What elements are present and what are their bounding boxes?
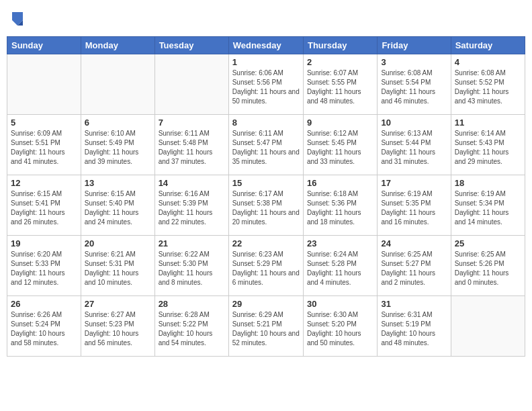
calendar-day: 3Sunrise: 6:08 AMSunset: 5:54 PMDaylight…	[378, 54, 451, 115]
week-row: 5Sunrise: 6:09 AMSunset: 5:51 PMDaylight…	[7, 115, 525, 175]
day-number: 24	[381, 238, 447, 248]
day-info: Sunrise: 6:18 AMSunset: 5:36 PMDaylight:…	[307, 189, 373, 227]
calendar-day: 30Sunrise: 6:30 AMSunset: 5:20 PMDayligh…	[303, 296, 377, 357]
calendar-day: 18Sunrise: 6:19 AMSunset: 5:34 PMDayligh…	[451, 175, 525, 236]
logo	[9, 11, 24, 27]
day-of-week-header: Saturday	[451, 37, 525, 54]
day-of-week-header: Wednesday	[228, 37, 303, 54]
day-of-week-header: Monday	[81, 37, 154, 54]
day-number: 14	[159, 178, 225, 188]
day-number: 11	[455, 118, 521, 128]
calendar-day: 21Sunrise: 6:22 AMSunset: 5:30 PMDayligh…	[154, 236, 228, 296]
week-row: 19Sunrise: 6:20 AMSunset: 5:33 PMDayligh…	[7, 236, 525, 296]
calendar-day	[154, 54, 228, 115]
day-number: 21	[159, 238, 225, 248]
day-of-week-header: Friday	[378, 37, 451, 54]
day-info: Sunrise: 6:12 AMSunset: 5:45 PMDaylight:…	[307, 129, 373, 167]
calendar-day: 23Sunrise: 6:24 AMSunset: 5:28 PMDayligh…	[303, 236, 377, 296]
calendar-day: 6Sunrise: 6:10 AMSunset: 5:49 PMDaylight…	[81, 115, 154, 175]
calendar-day: 17Sunrise: 6:19 AMSunset: 5:35 PMDayligh…	[378, 175, 451, 236]
calendar-day: 10Sunrise: 6:13 AMSunset: 5:44 PMDayligh…	[378, 115, 451, 175]
day-number: 19	[11, 238, 77, 248]
day-number: 17	[381, 178, 447, 188]
calendar-day: 1Sunrise: 6:06 AMSunset: 5:56 PMDaylight…	[228, 54, 303, 115]
calendar-day: 2Sunrise: 6:07 AMSunset: 5:55 PMDaylight…	[303, 54, 377, 115]
calendar-day: 14Sunrise: 6:16 AMSunset: 5:39 PMDayligh…	[154, 175, 228, 236]
calendar-day: 19Sunrise: 6:20 AMSunset: 5:33 PMDayligh…	[7, 236, 81, 296]
day-number: 22	[232, 238, 300, 248]
day-number: 28	[159, 299, 225, 309]
day-info: Sunrise: 6:15 AMSunset: 5:41 PMDaylight:…	[11, 189, 77, 227]
calendar-day: 24Sunrise: 6:25 AMSunset: 5:27 PMDayligh…	[378, 236, 451, 296]
day-number: 2	[307, 57, 373, 67]
calendar-day: 16Sunrise: 6:18 AMSunset: 5:36 PMDayligh…	[303, 175, 377, 236]
page-header	[7, 7, 525, 31]
week-row: 12Sunrise: 6:15 AMSunset: 5:41 PMDayligh…	[7, 175, 525, 236]
calendar-day: 20Sunrise: 6:21 AMSunset: 5:31 PMDayligh…	[81, 236, 154, 296]
day-info: Sunrise: 6:31 AMSunset: 5:19 PMDaylight:…	[381, 310, 447, 348]
day-info: Sunrise: 6:25 AMSunset: 5:27 PMDaylight:…	[381, 250, 447, 287]
day-info: Sunrise: 6:21 AMSunset: 5:31 PMDaylight:…	[85, 250, 151, 287]
day-info: Sunrise: 6:16 AMSunset: 5:39 PMDaylight:…	[159, 189, 225, 227]
day-info: Sunrise: 6:25 AMSunset: 5:26 PMDaylight:…	[455, 250, 521, 287]
day-number: 18	[455, 178, 521, 188]
day-number: 23	[307, 238, 373, 248]
day-number: 20	[85, 238, 151, 248]
day-number: 15	[232, 178, 300, 188]
day-number: 27	[85, 299, 151, 309]
day-number: 1	[232, 57, 300, 67]
day-of-week-header: Thursday	[303, 37, 377, 54]
day-info: Sunrise: 6:14 AMSunset: 5:43 PMDaylight:…	[455, 129, 521, 167]
calendar-day: 28Sunrise: 6:28 AMSunset: 5:22 PMDayligh…	[154, 296, 228, 357]
day-of-week-header: Sunday	[7, 37, 81, 54]
day-info: Sunrise: 6:30 AMSunset: 5:20 PMDaylight:…	[307, 310, 373, 348]
day-number: 25	[455, 238, 521, 248]
day-number: 3	[381, 57, 447, 67]
day-number: 10	[381, 118, 447, 128]
day-info: Sunrise: 6:11 AMSunset: 5:47 PMDaylight:…	[232, 129, 300, 167]
day-info: Sunrise: 6:19 AMSunset: 5:34 PMDaylight:…	[455, 189, 521, 227]
calendar-day: 5Sunrise: 6:09 AMSunset: 5:51 PMDaylight…	[7, 115, 81, 175]
day-info: Sunrise: 6:29 AMSunset: 5:21 PMDaylight:…	[232, 310, 300, 348]
day-info: Sunrise: 6:11 AMSunset: 5:48 PMDaylight:…	[159, 129, 225, 167]
day-number: 5	[11, 118, 77, 128]
calendar-day: 15Sunrise: 6:17 AMSunset: 5:38 PMDayligh…	[228, 175, 303, 236]
calendar-day: 8Sunrise: 6:11 AMSunset: 5:47 PMDaylight…	[228, 115, 303, 175]
day-number: 7	[159, 118, 225, 128]
calendar-day: 26Sunrise: 6:26 AMSunset: 5:24 PMDayligh…	[7, 296, 81, 357]
day-info: Sunrise: 6:26 AMSunset: 5:24 PMDaylight:…	[11, 310, 77, 348]
day-number: 31	[381, 299, 447, 309]
day-info: Sunrise: 6:20 AMSunset: 5:33 PMDaylight:…	[11, 250, 77, 287]
day-info: Sunrise: 6:22 AMSunset: 5:30 PMDaylight:…	[159, 250, 225, 287]
calendar-day: 11Sunrise: 6:14 AMSunset: 5:43 PMDayligh…	[451, 115, 525, 175]
calendar-day	[451, 296, 525, 357]
day-number: 6	[85, 118, 151, 128]
day-info: Sunrise: 6:08 AMSunset: 5:54 PMDaylight:…	[381, 68, 447, 106]
week-row: 1Sunrise: 6:06 AMSunset: 5:56 PMDaylight…	[7, 54, 525, 115]
calendar-day: 4Sunrise: 6:08 AMSunset: 5:52 PMDaylight…	[451, 54, 525, 115]
calendar-day: 27Sunrise: 6:27 AMSunset: 5:23 PMDayligh…	[81, 296, 154, 357]
day-info: Sunrise: 6:08 AMSunset: 5:52 PMDaylight:…	[455, 68, 521, 106]
calendar-day: 12Sunrise: 6:15 AMSunset: 5:41 PMDayligh…	[7, 175, 81, 236]
day-info: Sunrise: 6:10 AMSunset: 5:49 PMDaylight:…	[85, 129, 151, 167]
day-info: Sunrise: 6:24 AMSunset: 5:28 PMDaylight:…	[307, 250, 373, 287]
day-info: Sunrise: 6:17 AMSunset: 5:38 PMDaylight:…	[232, 189, 300, 227]
logo-icon	[11, 11, 24, 27]
calendar-header-row: SundayMondayTuesdayWednesdayThursdayFrid…	[7, 37, 525, 54]
week-row: 26Sunrise: 6:26 AMSunset: 5:24 PMDayligh…	[7, 296, 525, 357]
day-number: 12	[11, 178, 77, 188]
calendar-day: 9Sunrise: 6:12 AMSunset: 5:45 PMDaylight…	[303, 115, 377, 175]
calendar-day: 25Sunrise: 6:25 AMSunset: 5:26 PMDayligh…	[451, 236, 525, 296]
day-info: Sunrise: 6:06 AMSunset: 5:56 PMDaylight:…	[232, 68, 300, 106]
day-number: 26	[11, 299, 77, 309]
day-number: 13	[85, 178, 151, 188]
day-info: Sunrise: 6:27 AMSunset: 5:23 PMDaylight:…	[85, 310, 151, 348]
day-info: Sunrise: 6:09 AMSunset: 5:51 PMDaylight:…	[11, 129, 77, 167]
calendar-day: 29Sunrise: 6:29 AMSunset: 5:21 PMDayligh…	[228, 296, 303, 357]
day-info: Sunrise: 6:15 AMSunset: 5:40 PMDaylight:…	[85, 189, 151, 227]
day-number: 8	[232, 118, 300, 128]
day-info: Sunrise: 6:19 AMSunset: 5:35 PMDaylight:…	[381, 189, 447, 227]
calendar-day: 22Sunrise: 6:23 AMSunset: 5:29 PMDayligh…	[228, 236, 303, 296]
day-info: Sunrise: 6:07 AMSunset: 5:55 PMDaylight:…	[307, 68, 373, 106]
calendar-table: SundayMondayTuesdayWednesdayThursdayFrid…	[7, 36, 525, 357]
